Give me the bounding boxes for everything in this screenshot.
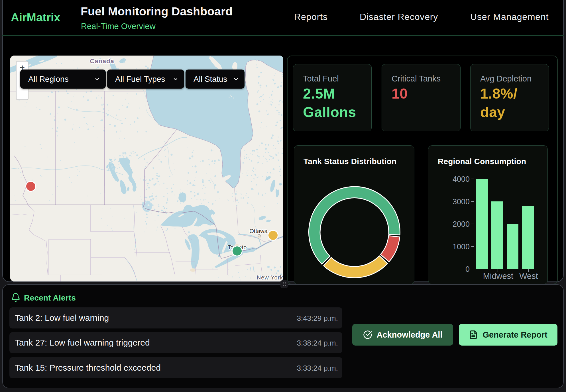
svg-text:Midwest: Midwest — [483, 271, 513, 281]
svg-text:New York: New York — [257, 274, 283, 281]
svg-text:3000: 3000 — [453, 197, 470, 206]
svg-text:2000: 2000 — [453, 220, 470, 228]
svg-text:4000: 4000 — [453, 175, 470, 183]
svg-text:West: West — [519, 271, 538, 281]
svg-text:1000: 1000 — [453, 242, 470, 251]
svg-text:Ottawa: Ottawa — [249, 228, 268, 234]
svg-text:Canada: Canada — [90, 58, 114, 65]
svg-text:0: 0 — [465, 265, 470, 273]
